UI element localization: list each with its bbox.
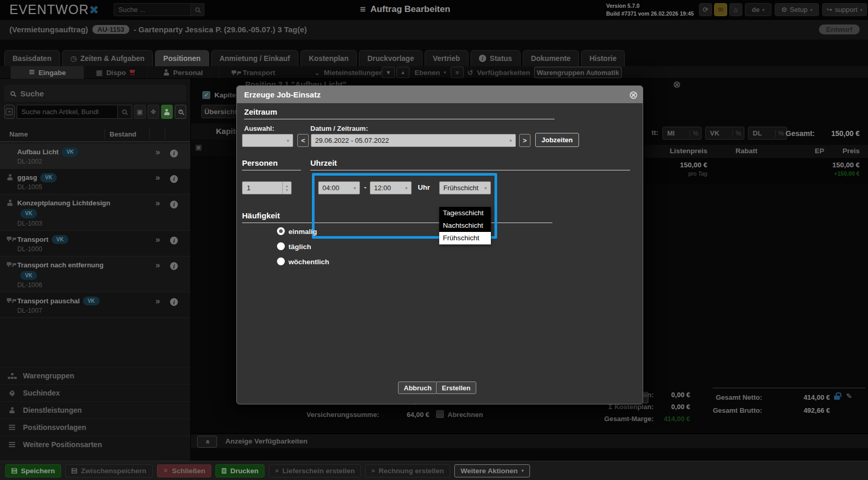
select-value: 12:00 — [370, 184, 402, 192]
next-period-button[interactable]: > — [519, 134, 531, 147]
personen-heading: Personen — [242, 158, 278, 167]
chevron-down-icon: ▾ — [350, 186, 359, 191]
dialog-titlebar[interactable]: Erzeuge Job-Einsatz ⊗ — [237, 86, 643, 103]
jobzeiten-button[interactable]: Jobzeiten — [535, 133, 579, 147]
time-from-select[interactable]: 04:00▾ — [318, 181, 360, 194]
stepper-arrows[interactable]: ▴▾ — [282, 182, 291, 194]
haeufigkeit-heading: Häufigkeit — [242, 211, 280, 220]
eventworx-app: EVENTWOR✖ ≡ Auftrag Bearbeiten Version 5… — [0, 0, 868, 480]
auswahl-select[interactable]: ▾ — [242, 134, 293, 147]
personen-value: 1 — [243, 182, 282, 194]
shift-dropdown: Tagesschicht Nachtschicht Frühschicht — [439, 207, 491, 244]
radio-taeglich[interactable] — [277, 242, 285, 250]
abbruch-button[interactable]: Abbruch — [398, 381, 437, 394]
chevron-down-icon: ▾ — [481, 186, 490, 191]
select-value: 29.06.2022 - 05.07.2022 — [311, 137, 506, 144]
dialog-title: Erzeuge Job-Einsatz — [237, 90, 321, 99]
select-value: Frühschicht — [440, 184, 481, 192]
radio-einmalig[interactable] — [277, 227, 285, 235]
erzeuge-job-einsatz-dialog: Erzeuge Job-Einsatz ⊗ Zeitraum Auswahl: … — [236, 85, 643, 404]
personen-stepper[interactable]: 1 ▴▾ — [242, 181, 292, 194]
close-icon[interactable]: ⊗ — [629, 89, 638, 101]
shift-select[interactable]: Frühschicht▾ — [439, 181, 491, 194]
datum-label: Datum / Zeitraum: — [310, 125, 368, 132]
select-value: 04:00 — [319, 184, 350, 192]
auswahl-label: Auswahl: — [244, 125, 274, 132]
uhrzeit-heading: Uhrzeit — [310, 158, 337, 167]
time-to-select[interactable]: 12:00▾ — [370, 181, 412, 194]
radio-taeglich-label[interactable]: täglich — [288, 243, 311, 251]
chevron-down-icon: ▾ — [506, 138, 515, 143]
datum-select[interactable]: 29.06.2022 - 05.07.2022▾ — [311, 134, 516, 147]
prev-period-button[interactable]: < — [297, 134, 309, 147]
chevron-down-icon: ▾ — [283, 138, 293, 143]
option-nachtschicht[interactable]: Nachtschicht — [439, 219, 491, 232]
erstellen-button[interactable]: Erstellen — [436, 381, 476, 394]
option-tagesschicht[interactable]: Tagesschicht — [439, 207, 491, 219]
time-separator: - — [364, 183, 367, 191]
radio-woechentlich-label[interactable]: wöchentlich — [288, 258, 329, 266]
radio-einmalig-label[interactable]: einmalig — [288, 228, 317, 236]
radio-woechentlich[interactable] — [277, 257, 285, 265]
chevron-down-icon: ▾ — [402, 186, 411, 191]
uhr-label: Uhr — [418, 183, 430, 191]
zeitraum-heading: Zeitraum — [244, 107, 277, 116]
option-fruehschicht[interactable]: Frühschicht — [439, 232, 491, 244]
